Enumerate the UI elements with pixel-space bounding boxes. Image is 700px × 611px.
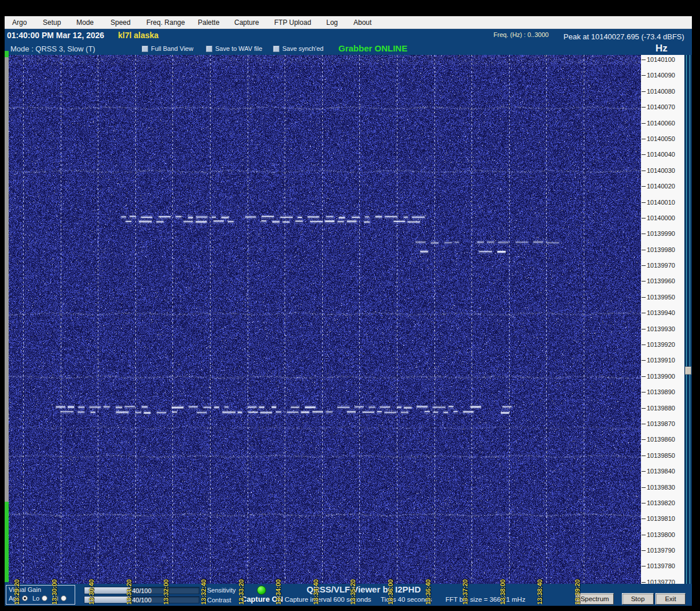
radio-label-lo: Lo bbox=[32, 595, 39, 602]
freq-tick-mark bbox=[642, 503, 646, 503]
time-tick-label: 13:37:20 bbox=[462, 579, 469, 609]
time-tick-label: 13:35:20 bbox=[349, 579, 356, 609]
freq-tick-text: 10140090 bbox=[647, 72, 675, 79]
checkbox-label: Save to WAV file bbox=[215, 45, 262, 52]
freq-tick-label: 10140070 bbox=[641, 103, 684, 112]
freq-tick-text: 10139900 bbox=[647, 373, 675, 380]
freq-tick-label: 10139820 bbox=[641, 499, 684, 508]
freq-tick-mark bbox=[642, 471, 646, 472]
contrast-slider[interactable]: 40/100 bbox=[84, 596, 200, 603]
spectrum-button[interactable]: Spectrum bbox=[576, 593, 614, 605]
scrollbar-track-line bbox=[690, 55, 690, 584]
freq-tick-text: 10139840 bbox=[647, 468, 675, 475]
freq-tick-mark bbox=[642, 566, 646, 566]
buffer-indicator-track bbox=[5, 57, 9, 502]
freq-tick-label: 10139930 bbox=[641, 325, 684, 334]
freq-tick-mark bbox=[642, 408, 646, 409]
status-bar: Visual Gain AgcLoHi 40/100 40/100 Sensit… bbox=[5, 584, 692, 606]
freq-tick-mark bbox=[642, 329, 646, 329]
freq-tick-text: 10139980 bbox=[647, 246, 675, 253]
time-tick-label: 13:31:20 bbox=[126, 579, 132, 609]
spectrogram-waterfall[interactable] bbox=[9, 55, 641, 584]
freq-tick-mark bbox=[642, 360, 646, 361]
time-tick-label: 13:33:20 bbox=[238, 579, 245, 609]
freq-tick-mark bbox=[642, 250, 646, 250]
freq-tick-mark bbox=[642, 107, 646, 108]
scrollbar-track-line bbox=[686, 55, 687, 584]
freq-tick-label: 10139860 bbox=[641, 436, 684, 444]
checkbox-save-synch-ed[interactable]: Save synch'ed bbox=[273, 45, 323, 53]
freq-tick-text: 10139940 bbox=[647, 309, 675, 316]
stop-button[interactable]: Stop bbox=[622, 593, 654, 605]
mode-label: Mode : QRSS 3, Slow (T) bbox=[10, 45, 95, 53]
freq-tick-mark bbox=[642, 202, 646, 203]
radio-lo[interactable] bbox=[42, 595, 47, 601]
freq-tick-label: 10139840 bbox=[641, 468, 684, 476]
exit-button[interactable]: Exit bbox=[655, 593, 686, 605]
freq-tick-text: 10139820 bbox=[647, 499, 675, 506]
radio-agc[interactable] bbox=[22, 595, 28, 601]
checkbox-box-icon[interactable] bbox=[142, 46, 148, 52]
freq-tick-label: 10139780 bbox=[641, 562, 684, 571]
freq-tick-mark bbox=[642, 75, 646, 76]
freq-tick-mark bbox=[642, 456, 646, 456]
checkbox-full-band-view[interactable]: Full Band View bbox=[142, 45, 193, 53]
freq-tick-mark bbox=[642, 265, 646, 266]
freq-tick-text: 10140040 bbox=[647, 151, 675, 158]
menu-item-freq-range[interactable]: Freq. Range bbox=[143, 16, 189, 29]
freq-tick-text: 10139990 bbox=[647, 230, 675, 237]
freq-tick-mark bbox=[642, 535, 646, 535]
peak-readout: Peak at 10140027.695 (-73.4 dBFS) bbox=[563, 32, 684, 41]
menu-item-capture[interactable]: Capture bbox=[231, 16, 263, 29]
freq-tick-text: 10139930 bbox=[647, 325, 675, 332]
sensitivity-label: Sensitivity bbox=[207, 587, 236, 594]
menu-item-setup[interactable]: Setup bbox=[39, 16, 64, 29]
freq-tick-label: 10140040 bbox=[641, 151, 684, 159]
freq-tick-text: 10139970 bbox=[647, 262, 675, 269]
menu-item-palette[interactable]: Palette bbox=[194, 16, 223, 29]
freq-tick-label: 10139890 bbox=[641, 388, 684, 397]
freq-tick-label: 10139790 bbox=[641, 547, 684, 555]
time-tick-label: 13:38:40 bbox=[536, 579, 543, 609]
menu-item-mode[interactable]: Mode bbox=[73, 16, 97, 29]
checkbox-box-icon[interactable] bbox=[206, 46, 212, 52]
contrast-label: Contrast bbox=[207, 597, 231, 603]
menu-item-log[interactable]: Log bbox=[323, 16, 341, 29]
time-tick-label: 13:38:00 bbox=[499, 579, 506, 609]
freq-tick-mark bbox=[642, 345, 646, 345]
freq-tick-text: 10139960 bbox=[647, 277, 675, 284]
time-tick-label: 13:39:20 bbox=[574, 579, 581, 609]
checkbox-label: Save synch'ed bbox=[282, 45, 323, 52]
freq-tick-text: 10140020 bbox=[647, 183, 675, 190]
checkbox-save-to-wav-file[interactable]: Save to WAV file bbox=[206, 45, 262, 53]
freq-tick-label: 10140100 bbox=[641, 56, 684, 64]
callsign-label: kl7l alaska bbox=[118, 31, 159, 40]
menu-item-speed[interactable]: Speed bbox=[107, 16, 134, 29]
freq-tick-label: 10140020 bbox=[641, 183, 684, 191]
freq-tick-mark bbox=[642, 123, 646, 124]
freq-tick-label: 10140060 bbox=[641, 120, 684, 128]
freq-tick-text: 10140000 bbox=[647, 214, 675, 221]
axis-unit-label: Hz bbox=[655, 43, 668, 54]
freq-tick-mark bbox=[642, 171, 646, 171]
freq-tick-mark bbox=[642, 186, 646, 187]
time-tick-label: 13:30:00 bbox=[51, 579, 58, 609]
scrollbar-thumb[interactable] bbox=[685, 366, 691, 375]
frequency-scrollbar[interactable] bbox=[684, 55, 692, 584]
freq-tick-label: 10139810 bbox=[641, 515, 684, 523]
freq-tick-mark bbox=[642, 439, 646, 440]
freq-tick-text: 10139860 bbox=[647, 436, 675, 443]
freq-tick-label: 10139990 bbox=[641, 230, 684, 238]
sensitivity-slider[interactable]: 40/100 bbox=[84, 587, 200, 594]
freq-tick-label: 10140030 bbox=[641, 167, 684, 175]
radio-hi[interactable] bbox=[61, 595, 67, 601]
menu-item-argo[interactable]: Argo bbox=[9, 16, 30, 29]
freq-tick-label: 10139800 bbox=[641, 531, 684, 539]
app-title: QRSS/VLF Viewer by I2PHD bbox=[307, 584, 421, 594]
freq-tick-label: 10139870 bbox=[641, 420, 684, 428]
contrast-value: 40/100 bbox=[130, 597, 152, 603]
checkbox-box-icon[interactable] bbox=[273, 46, 279, 52]
menu-item-about[interactable]: About bbox=[350, 16, 375, 29]
time-tick-label: 13:36:00 bbox=[387, 579, 394, 609]
menu-item-ftp-upload[interactable]: FTP Upload bbox=[271, 16, 315, 29]
